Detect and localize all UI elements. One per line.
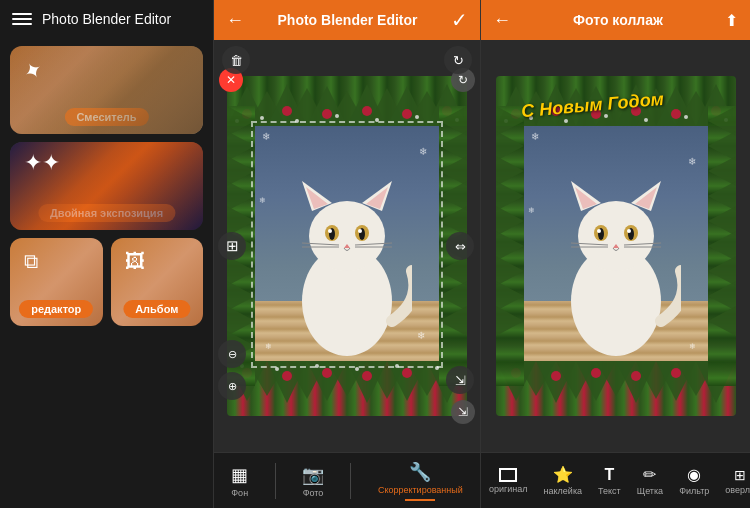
right-foliage-left (496, 106, 524, 386)
corrected-label: Скорректированный (378, 485, 463, 495)
left-panel: Photo Blender Editor ✦ Смеситель ✦✦ Двой… (0, 0, 213, 508)
right-snowflake-4: ❄ (689, 342, 696, 351)
right-share-button[interactable]: ⬆ (725, 11, 738, 30)
middle-back-button[interactable]: ← (226, 10, 244, 31)
mixer-card[interactable]: ✦ Смеситель (10, 46, 203, 134)
svg-marker-79 (439, 256, 467, 286)
background-icon: ▦ (231, 464, 248, 486)
floating-left-buttons: ⊞ (218, 232, 246, 260)
svg-marker-156 (708, 306, 736, 336)
delete-layer-button[interactable]: 🗑 (222, 46, 250, 74)
right-christmas-frame: ❄ ❄ ❄ ❄ (496, 76, 736, 416)
svg-point-118 (564, 119, 568, 123)
svg-marker-81 (439, 306, 467, 336)
svg-marker-76 (439, 181, 467, 211)
foliage-top (227, 76, 467, 126)
editor-canvas: 🗑 ↻ ⊞ ⇔ ✕ ↻ ⇲ (214, 40, 480, 452)
svg-marker-145 (496, 256, 524, 286)
svg-marker-142 (496, 181, 524, 211)
middle-title: Photo Blender Editor (278, 12, 418, 28)
photo-label: Фото (303, 488, 324, 498)
toolbar-overlay[interactable]: ⊞ оверле (717, 463, 750, 499)
overlay-icon: ⊞ (734, 467, 746, 483)
toolbar-sticker[interactable]: ⭐ наклейка (536, 461, 590, 500)
photo-icon: 📷 (302, 464, 324, 486)
middle-header: ← Photo Blender Editor ✓ (214, 0, 480, 40)
sticker-label: наклейка (544, 486, 582, 496)
bottom-cards-row: ⧉ редактор 🖼 Альбом (10, 238, 203, 326)
text-icon: T (604, 466, 614, 484)
resize-handle[interactable]: ⇲ (451, 400, 475, 424)
album-card[interactable]: 🖼 Альбом (111, 238, 204, 326)
middle-confirm-button[interactable]: ✓ (451, 8, 468, 32)
active-underline (405, 499, 435, 501)
filter-icon: ◉ (687, 465, 701, 484)
resize-corner-button[interactable]: ⇲ (446, 366, 474, 394)
editor-card[interactable]: ⧉ редактор (10, 238, 103, 326)
hamburger-menu-icon[interactable] (12, 13, 32, 25)
left-menu: ✦ Смеситель ✦✦ Двойная экспозиция ⧉ реда… (0, 38, 213, 508)
svg-marker-143 (496, 206, 524, 236)
zoom-out-button[interactable]: ⊖ (218, 340, 246, 368)
svg-marker-152 (708, 206, 736, 236)
right-snowflake-2: ❄ (688, 156, 696, 167)
svg-marker-140 (496, 131, 524, 161)
right-snowflake-3: ❄ (528, 206, 535, 215)
svg-point-31 (362, 106, 372, 116)
layers-button[interactable]: ⊞ (218, 232, 246, 260)
svg-point-37 (335, 114, 339, 118)
album-label: Альбом (123, 300, 190, 318)
svg-marker-155 (708, 281, 736, 311)
svg-point-30 (322, 109, 332, 119)
zoom-in-button[interactable]: ⊕ (218, 372, 246, 400)
editor-sliders-icon: ⧉ (24, 250, 38, 273)
svg-marker-154 (708, 256, 736, 286)
right-back-button[interactable]: ← (493, 10, 511, 31)
toolbar-filter[interactable]: ◉ Фильтр (671, 461, 717, 500)
svg-point-138 (671, 368, 681, 378)
double-exposure-card[interactable]: ✦✦ Двойная экспозиция (10, 142, 203, 230)
svg-point-93 (627, 229, 631, 233)
toolbar-brush[interactable]: ✏ Щетка (629, 461, 671, 500)
floating-bottom-buttons: ⊖ ⊕ (218, 340, 246, 400)
toolbar-sep-1 (275, 463, 276, 499)
svg-point-56 (402, 368, 412, 378)
svg-marker-148 (708, 106, 736, 136)
album-photo-icon: 🖼 (125, 250, 145, 273)
filter-label: Фильтр (679, 486, 709, 496)
svg-point-114 (671, 109, 681, 119)
svg-marker-75 (439, 156, 467, 186)
corrected-icon: 🔧 (409, 461, 431, 483)
toolbar-photo[interactable]: 📷 Фото (294, 460, 332, 502)
toolbar-background[interactable]: ▦ Фон (223, 460, 256, 502)
double-star-icon: ✦✦ (24, 150, 60, 176)
toolbar-corrected[interactable]: 🔧 Скорректированный (370, 457, 471, 505)
right-canvas: С Новым Годом (481, 40, 750, 452)
original-label: оригинал (489, 484, 528, 494)
right-panel: ← Фото коллаж ⬆ С Новым Годом (480, 0, 750, 508)
svg-point-120 (644, 118, 648, 122)
svg-marker-151 (708, 181, 736, 211)
svg-point-83 (578, 201, 654, 271)
svg-marker-74 (439, 131, 467, 161)
rotate-button[interactable]: ↻ (444, 46, 472, 74)
toolbar-text[interactable]: T Текст (590, 462, 629, 500)
toolbar-original[interactable]: оригинал (481, 464, 536, 498)
svg-marker-80 (439, 281, 467, 311)
svg-marker-144 (496, 231, 524, 261)
right-header: ← Фото коллаж ⬆ (481, 0, 750, 40)
right-photo-frame: ❄ ❄ ❄ ❄ (496, 76, 736, 416)
brush-label: Щетка (637, 486, 663, 496)
svg-marker-139 (496, 106, 524, 136)
svg-point-53 (282, 371, 292, 381)
background-label: Фон (231, 488, 248, 498)
svg-point-121 (684, 115, 688, 119)
svg-point-32 (402, 109, 412, 119)
right-bottom-toolbar: оригинал ⭐ наклейка T Текст ✏ Щетка ◉ Фи… (481, 452, 750, 508)
resize-right-handle[interactable]: ⇔ (446, 232, 474, 260)
svg-marker-147 (496, 306, 524, 336)
left-header: Photo Blender Editor (0, 0, 213, 38)
svg-point-92 (597, 229, 601, 233)
svg-marker-146 (496, 281, 524, 311)
svg-point-35 (260, 116, 264, 120)
